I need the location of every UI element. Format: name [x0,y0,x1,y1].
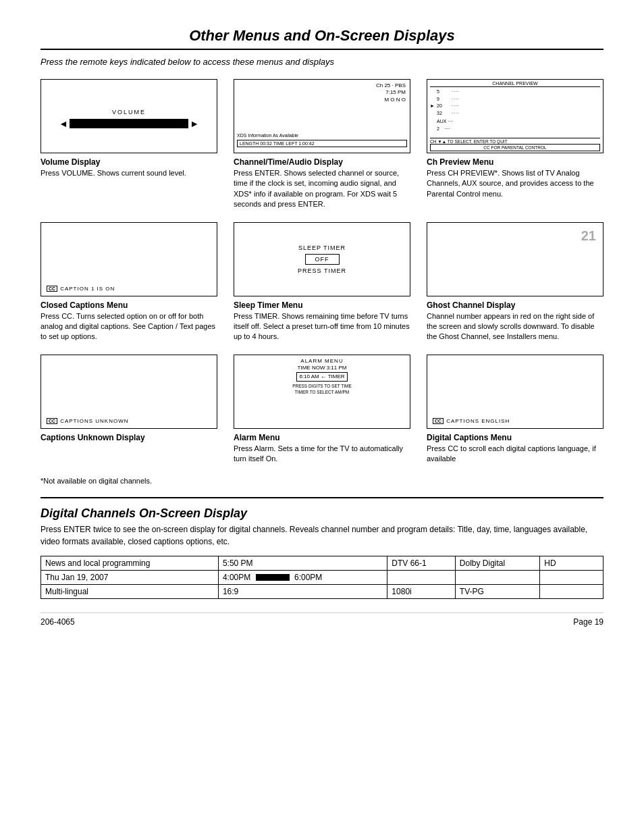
cc-cell: CC CAPTION 1 IS ON Closed Captions Menu … [41,222,217,342]
cu-screen: CC CAPTIONS UNKNOWN [41,355,217,429]
ghost-desc: Channel number appears in red on the rig… [427,311,603,342]
section2-divider [41,497,603,498]
volume-display-desc: Press VOLUME. Shows current sound level. [41,168,217,178]
ghost-label: Ghost Channel Display [427,301,603,310]
cell-hd: HD [540,556,603,570]
ch-row-3: ► 20 ···· [430,103,600,110]
cell-prog-title: News and local programming [41,556,219,570]
cc-text: CAPTION 1 IS ON [60,286,115,292]
page-title: Other Menus and On-Screen Displays [41,27,603,45]
section2-title: Digital Channels On-Screen Display [41,506,603,521]
cta-xds: XDS Information As Available [237,133,298,138]
cta-channel-info: Ch 25 · PBS7:15 PMM O N O [376,82,406,103]
page-footer: 206-4065 Page 19 [41,613,603,627]
sleep-screen: SLEEP TIMER OFF PRESS TIMER [234,222,410,296]
progress-bar [256,574,290,581]
dc-text: CAPTIONS ENGLISH [446,418,510,424]
alarm-hints: PRESS DIGITS TO SET TIME TIMER TO SELECT… [238,383,406,395]
ghost-cell: 21 Ghost Channel Display Channel number … [427,222,603,342]
alarm-arrow: ← [321,373,327,380]
alarm-label: Alarm Menu [234,433,410,442]
alarm-screen: ALARM MENU TIME NOW 3:11 PM 6:10 AM ← TI… [234,355,410,429]
volume-bar: ◄ ► [59,118,199,129]
ch-row-2: 9 ···· [430,96,600,103]
cell-date: Thu Jan 19, 2007 [41,570,219,584]
ch-preview-desc: Press CH PREVIEW*. Shows list of TV Anal… [427,168,603,199]
ch-row-4: 32 ···· [430,110,600,118]
ghost-number: 21 [581,228,596,244]
alarm-time-now: TIME NOW 3:11 PM [238,365,406,371]
cc-desc: Press CC. Turns selected option on or of… [41,311,217,342]
ch-row-aux2: 2 ···· [430,126,600,133]
vol-right-arrow: ► [190,118,199,129]
ch-preview-cell: CHANNEL PREVIEW 5 ···· 9 ···· ► 20 ···· … [427,79,603,210]
cc-label: Closed Captions Menu [41,301,217,310]
cell-time-range: 4:00PM 6:00PM [218,570,387,584]
cu-badge: CC [47,418,57,424]
cta-label: Channel/Time/Audio Display [234,157,410,167]
cell-empty-2 [455,570,539,584]
volume-cell: VOLUME ◄ ► Volume Display Press VOLUME. … [41,79,217,210]
alarm-cell: ALARM MENU TIME NOW 3:11 PM 6:10 AM ← TI… [234,355,410,465]
digital-table: News and local programming 5:50 PM DTV 6… [41,556,603,599]
alarm-desc: Press Alarm. Sets a time for the TV to a… [234,444,410,465]
ch-preview-label: Ch Preview Menu [427,157,603,167]
cell-rating: TV-PG [455,584,539,598]
cta-screen: Ch 25 · PBS7:15 PMM O N O XDS Informatio… [234,79,410,153]
dc-label: Digital Captions Menu [427,433,603,442]
sleep-label: Sleep Timer Menu [234,301,410,310]
cu-label: Captions Unknown Display [41,433,217,442]
cell-lang: Multi-lingual [41,584,219,598]
dc-desc: Press CC to scroll each digital captions… [427,444,603,465]
cell-empty-3 [540,570,603,584]
page-subtitle: Press the remote keys indicated below to… [41,57,603,67]
alarm-title: ALARM MENU [238,358,406,364]
sleep-desc: Press TIMER. Shows remaining time before… [234,311,410,342]
sleep-off: OFF [305,254,340,265]
cell-empty-4 [540,584,603,598]
ch-row-1: 5 ···· [430,88,600,96]
page-number: Page 19 [573,617,603,627]
cell-aspect: 16:9 [218,584,387,598]
vol-left-arrow: ◄ [59,118,68,129]
ch-select-hint: CH ▼▲ TO SELECT, ENTER TO QUIT [430,138,600,144]
alarm-time: 6:10 AM [299,373,319,380]
title-divider [41,49,603,50]
cu-text: CAPTIONS UNKNOWN [60,418,128,424]
cc-parental: CC FOR PARENTAL CONTROL [430,144,600,151]
sleep-press: PRESS TIMER [298,267,346,274]
volume-screen: VOLUME ◄ ► [41,79,217,153]
sleep-title: SLEEP TIMER [298,244,346,251]
doc-number: 206-4065 [41,617,75,627]
cell-audio: Dolby Digital [455,556,539,570]
alarm-set-row: 6:10 AM ← TIMER [296,372,347,382]
ch-preview-footer: CH ▼▲ TO SELECT, ENTER TO QUIT CC FOR PA… [430,138,600,151]
section2-desc: Press ENTER twice to see the on-screen d… [41,523,603,548]
dc-screen: CC CAPTIONS ENGLISH [427,355,603,429]
cc-badge: CC [47,286,57,292]
cell-time: 5:50 PM [218,556,387,570]
sleep-box: SLEEP TIMER OFF PRESS TIMER [234,223,410,296]
vol-fill [70,119,188,128]
ch-row-aux: AUX ···· [430,118,600,126]
volume-display-label: Volume Display [41,157,217,167]
ch-preview-screen: CHANNEL PREVIEW 5 ···· 9 ···· ► 20 ···· … [427,79,603,153]
cu-cell: CC CAPTIONS UNKNOWN Captions Unknown Dis… [41,355,217,465]
volume-label: VOLUME [112,109,146,115]
dc-cell: CC CAPTIONS ENGLISH Digital Captions Men… [427,355,603,465]
ch-preview-title: CHANNEL PREVIEW [430,81,600,87]
cta-cell: Ch 25 · PBS7:15 PMM O N O XDS Informatio… [234,79,410,210]
cta-desc: Press ENTER. Shows selected channel or s… [234,168,410,210]
cell-dtv: DTV 66-1 [387,556,455,570]
sleep-cell: SLEEP TIMER OFF PRESS TIMER Sleep Timer … [234,222,410,342]
table-row-3: Multi-lingual 16:9 1080i TV-PG [41,584,603,598]
table-row-1: News and local programming 5:50 PM DTV 6… [41,556,603,570]
dc-badge: CC [433,418,444,424]
cta-length: LENGTH 00:32 TIME LEFT 1:00:42 [237,140,407,147]
table-row-2: Thu Jan 19, 2007 4:00PM 6:00PM [41,570,603,584]
alarm-timer-label: TIMER [328,373,345,380]
ghost-screen: 21 [427,222,603,296]
cell-empty-1 [387,570,455,584]
footnote: *Not available on digital channels. [41,477,603,485]
cc-screen: CC CAPTION 1 IS ON [41,222,217,296]
